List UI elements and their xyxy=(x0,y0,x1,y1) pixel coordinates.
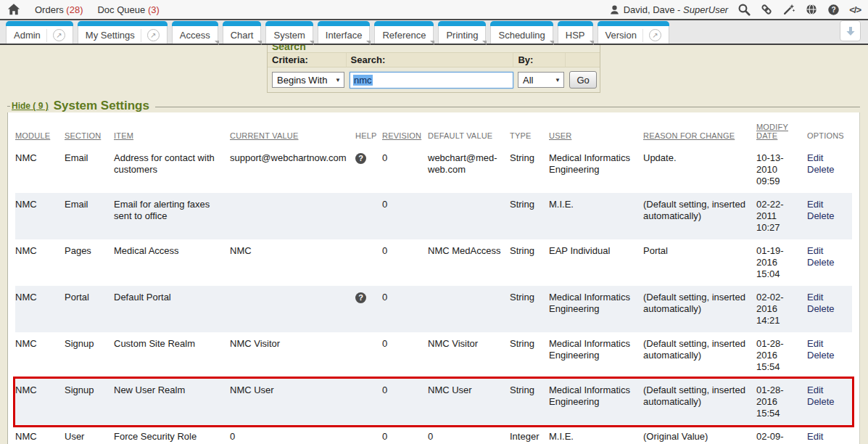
chevron-down-icon: ▼ xyxy=(555,77,561,83)
column-header-reason-for-change[interactable]: REASON FOR CHANGE xyxy=(643,115,756,147)
tab-divider xyxy=(141,29,141,42)
row-edit-link[interactable]: Edit xyxy=(807,245,846,257)
search-label: Search: xyxy=(351,54,386,65)
table-row: NMCEmailAddress for contact with custome… xyxy=(15,147,852,193)
tab-label: Chart xyxy=(231,30,254,41)
column-header-revision[interactable]: REVISION xyxy=(382,115,428,147)
row-delete-link[interactable]: Delete xyxy=(807,210,846,222)
open-new-window-icon[interactable]: ↗ xyxy=(649,29,661,41)
by-select[interactable]: All▼ xyxy=(518,72,564,88)
nav-doc-queue-label: Doc Queue xyxy=(97,4,145,15)
open-new-window-icon[interactable]: ↗ xyxy=(53,29,65,41)
search-icon[interactable] xyxy=(737,3,751,16)
tab-printing[interactable]: Printing xyxy=(438,21,486,44)
globe-icon[interactable] xyxy=(805,3,818,16)
row-edit-link[interactable]: Edit xyxy=(807,385,846,396)
table-row: NMCUser SecurityForce Security Role000In… xyxy=(15,425,852,444)
tab-reference[interactable]: Reference xyxy=(374,21,434,44)
nav-orders-link[interactable]: Orders (28) xyxy=(35,4,83,15)
wand-icon[interactable] xyxy=(782,3,795,16)
row-delete-link[interactable]: Delete xyxy=(807,164,846,176)
column-header-current-value[interactable]: CURRENT VALUE xyxy=(230,115,355,147)
tab-system[interactable]: System xyxy=(265,21,313,44)
settings-legend: Hide ( 9 ) System Settings xyxy=(7,99,860,112)
top-right-toolbar: David, Dave - SuperUser ? </> xyxy=(609,3,861,16)
tab-label: My Settings xyxy=(86,30,135,41)
row-delete-link[interactable]: Delete xyxy=(807,396,846,408)
search-panel: Search Criteria: Search: By: Begins With… xyxy=(267,40,600,93)
column-header-module[interactable]: MODULE xyxy=(15,115,65,147)
chevron-down-icon: ▼ xyxy=(335,77,341,83)
go-button[interactable]: Go xyxy=(569,71,596,89)
tab-interface[interactable]: Interface xyxy=(318,21,371,44)
table-row: NMCPortalDefault Portal?0StringMedical I… xyxy=(15,286,852,332)
tab-hsp[interactable]: HSP xyxy=(558,21,593,44)
tab-divider xyxy=(46,29,47,42)
tab-label: HSP xyxy=(566,30,585,41)
column-header-section[interactable]: SECTION xyxy=(65,115,114,147)
tab-label: Printing xyxy=(446,30,478,41)
top-nav: Orders (28) Doc Queue (3) xyxy=(35,4,160,15)
search-input[interactable]: nmc xyxy=(350,72,513,89)
app-window: Orders (28) Doc Queue (3) David, Dave - … xyxy=(0,0,868,444)
help-icon[interactable]: ? xyxy=(355,292,366,303)
table-header-row: MODULESECTIONITEMCURRENT VALUEHELPREVISI… xyxy=(15,115,852,147)
column-header-help: HELP xyxy=(355,115,382,147)
nav-doc-queue-link[interactable]: Doc Queue (3) xyxy=(97,4,159,15)
column-header-default-value: DEFAULT VALUE xyxy=(428,115,510,147)
doc-queue-count-badge: (3) xyxy=(148,4,160,15)
settings-table-panel: MODULESECTIONITEMCURRENT VALUEHELPREVISI… xyxy=(7,112,860,444)
tab-my-settings[interactable]: My Settings↗ xyxy=(78,21,168,44)
tab-version[interactable]: Version↗ xyxy=(598,21,669,44)
row-edit-link[interactable]: Edit xyxy=(807,152,846,164)
help-icon[interactable]: ? xyxy=(827,4,840,16)
open-new-window-icon[interactable]: ↗ xyxy=(147,29,160,41)
by-label: By: xyxy=(518,54,533,65)
row-delete-link[interactable]: Delete xyxy=(807,257,846,268)
help-icon[interactable]: ? xyxy=(355,153,366,164)
arrow-down-button[interactable] xyxy=(840,20,861,41)
current-user-chip[interactable]: David, Dave - SuperUser xyxy=(609,4,729,15)
code-icon[interactable]: </> xyxy=(849,4,861,15)
row-edit-link[interactable]: Edit xyxy=(807,292,846,303)
home-icon[interactable] xyxy=(7,3,20,16)
tab-chart[interactable]: Chart xyxy=(223,21,262,44)
svg-text:?: ? xyxy=(832,6,836,14)
tab-label: Reference xyxy=(382,30,426,41)
settings-table: MODULESECTIONITEMCURRENT VALUEHELPREVISI… xyxy=(15,115,852,444)
link-icon[interactable] xyxy=(760,3,773,16)
hide-link[interactable]: Hide ( 9 ) xyxy=(12,101,49,111)
tab-admin[interactable]: Admin↗ xyxy=(6,21,73,44)
tabs-strip: Admin↗My Settings↗AccessChartSystemInter… xyxy=(6,19,674,44)
tab-bar: Admin↗My Settings↗AccessChartSystemInter… xyxy=(0,20,868,45)
search-panel-labels: Criteria: Search: By: xyxy=(268,52,600,67)
tab-access[interactable]: Access xyxy=(172,21,218,44)
main-content: Hide ( 9 ) System Settings MODULESECTION… xyxy=(0,45,868,444)
user-icon xyxy=(609,4,620,15)
tab-label: Version xyxy=(605,30,637,41)
criteria-label: Criteria: xyxy=(272,54,308,65)
search-input-selected-text: nmc xyxy=(353,75,373,86)
user-name: David, Dave - SuperUser xyxy=(624,4,729,15)
tab-label: Access xyxy=(180,30,210,41)
column-header-user[interactable]: USER xyxy=(549,115,643,147)
column-header-modify-date[interactable]: MODIFY DATE xyxy=(756,115,807,147)
tab-scheduling[interactable]: Scheduling xyxy=(490,21,553,44)
table-row-highlighted: NMCSignupNew User RealmNMC User0NMC User… xyxy=(15,379,852,425)
nav-orders-label: Orders xyxy=(35,4,64,15)
row-delete-link[interactable]: Delete xyxy=(807,350,846,361)
search-panel-controls: Begins With▼ nmc All▼ Go xyxy=(268,67,600,92)
column-header-options: OPTIONS xyxy=(807,115,852,147)
row-delete-link[interactable]: Delete xyxy=(807,303,846,315)
tab-label: Scheduling xyxy=(498,30,545,41)
tab-label: System xyxy=(273,30,305,41)
row-edit-link[interactable]: Edit xyxy=(807,199,846,210)
table-row: NMCSignupCustom Site RealmNMC Visitor0NM… xyxy=(15,332,852,379)
tab-divider xyxy=(642,29,643,42)
row-edit-link[interactable]: Edit xyxy=(807,431,846,443)
column-header-item[interactable]: ITEM xyxy=(114,115,230,147)
column-header-type: TYPE xyxy=(510,115,549,147)
table-row: NMCPagesMedical AccessNMC0NMC MedAccessS… xyxy=(15,239,852,286)
criteria-select[interactable]: Begins With▼ xyxy=(272,72,344,88)
row-edit-link[interactable]: Edit xyxy=(807,338,846,350)
